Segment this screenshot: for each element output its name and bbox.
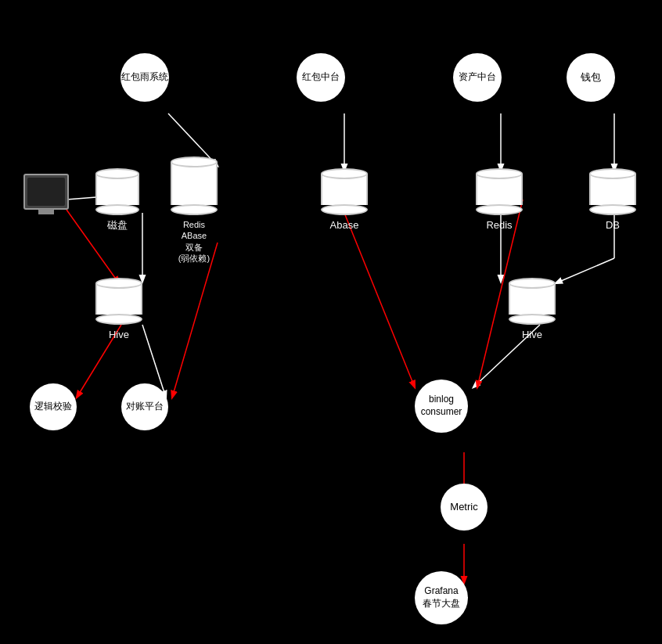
cylinder-hive-left: [95, 278, 142, 325]
cylinder-cipan: [95, 168, 139, 215]
circle-hongbao-zhongtai: 红包中台: [297, 53, 345, 102]
svg-line-12: [172, 243, 218, 398]
cylinder-hive-right: [509, 278, 556, 325]
label-hive-right: Hive: [522, 329, 542, 342]
node-luoji-jiaoyan: 逻辑校验: [30, 383, 77, 430]
circle-duizhang-pingtai: 对账平台: [121, 383, 168, 430]
svg-line-6: [556, 258, 614, 283]
label-abase: Abase: [330, 219, 359, 232]
node-redis-abase: RedisABase双备(弱依赖): [171, 157, 218, 264]
circle-qianbao: 钱包: [567, 53, 615, 102]
svg-line-13: [344, 213, 415, 387]
node-redis: Redis: [476, 168, 523, 232]
circle-luoji-jiaoyan: 逻辑校验: [30, 383, 77, 430]
node-qianbao: 钱包: [567, 53, 615, 102]
label-cipan: 磁盘: [107, 219, 128, 232]
node-hongbao-zhongtai: 红包中台: [297, 53, 345, 102]
monitor-icon: [23, 174, 69, 210]
node-monitor: [23, 174, 69, 210]
circle-metric: Metric: [441, 484, 488, 531]
cylinder-redis: [476, 168, 523, 215]
label-db: DB: [606, 219, 620, 232]
node-hive-right: Hive: [509, 278, 556, 342]
circle-hongbaoyu: 红包雨系统: [121, 53, 169, 102]
diagram: 红包雨系统 红包中台 资产中台 钱包 磁盘: [0, 0, 662, 644]
node-metric: Metric: [441, 484, 488, 531]
node-abase: Abase: [321, 168, 368, 232]
circle-binlog-consumer: binlogconsumer: [415, 380, 468, 433]
node-binlog-consumer: binlogconsumer: [415, 380, 468, 433]
node-cipan: 磁盘: [95, 168, 139, 232]
node-hive-left: Hive: [95, 278, 142, 342]
label-redis-abase: RedisABase双备(弱依赖): [178, 219, 210, 264]
node-duizhang-pingtai: 对账平台: [121, 383, 168, 430]
node-grafana: Grafana春节大盘: [415, 571, 468, 624]
cylinder-db: [589, 168, 636, 215]
circle-zichan-zhongtai: 资产中台: [453, 53, 502, 102]
circle-grafana: Grafana春节大盘: [415, 571, 468, 624]
cylinder-redis-abase: [171, 157, 218, 215]
label-redis: Redis: [486, 219, 512, 232]
node-hongbaoyu: 红包雨系统: [121, 53, 169, 102]
node-db: DB: [589, 168, 636, 232]
label-hive-left: Hive: [109, 329, 129, 342]
cylinder-abase: [321, 168, 368, 215]
node-zichan-zhongtai: 资产中台: [453, 53, 502, 102]
